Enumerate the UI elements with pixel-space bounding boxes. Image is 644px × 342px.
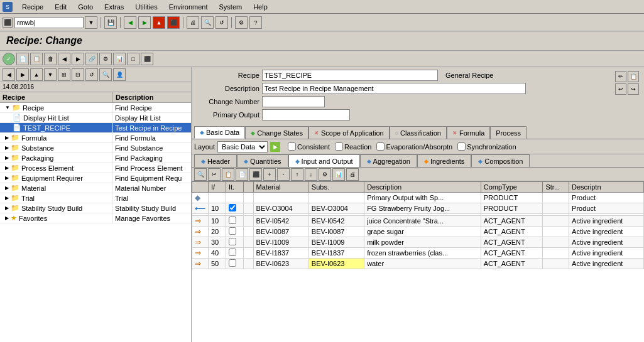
row-checkbox[interactable] bbox=[229, 227, 236, 235]
tab-process[interactable]: Process bbox=[490, 126, 527, 139]
action-btn-4[interactable]: ↪ bbox=[628, 83, 639, 95]
tree-person[interactable]: 👤 bbox=[113, 68, 126, 81]
row-checkbox[interactable] bbox=[229, 204, 236, 211]
consistent-checkbox[interactable] bbox=[288, 142, 296, 151]
tree-search[interactable]: 🔍 bbox=[99, 68, 112, 81]
row-checkbox[interactable] bbox=[229, 248, 236, 256]
table-btn-7[interactable]: - bbox=[277, 168, 290, 181]
refresh-btn[interactable]: ↺ bbox=[216, 16, 228, 29]
tool-btn-9[interactable]: 📊 bbox=[113, 53, 126, 65]
save-btn[interactable]: 💾 bbox=[104, 16, 117, 29]
tool-btn-3[interactable]: 📋 bbox=[30, 53, 43, 65]
layout-go[interactable]: ▶ bbox=[270, 142, 280, 152]
table-btn-4[interactable]: 📄 bbox=[236, 168, 248, 181]
tree-forward[interactable]: ▶ bbox=[16, 68, 29, 81]
synchronization-checkbox[interactable] bbox=[457, 142, 466, 151]
list-item[interactable]: ▶ 📁 Packaging Find Packaging bbox=[0, 153, 191, 163]
tool-btn-7[interactable]: 🔗 bbox=[85, 53, 98, 65]
tab-formula[interactable]: ✕ Formula bbox=[447, 126, 490, 139]
help-btn[interactable]: ? bbox=[249, 16, 262, 29]
list-item[interactable]: ▶ 📁 Formula Find Formula bbox=[0, 133, 191, 143]
tree-down[interactable]: ▼ bbox=[44, 68, 57, 81]
layout-select[interactable]: Basic Data bbox=[217, 141, 268, 152]
list-item[interactable]: ▶ 📁 Stability Study Build Stability Stud… bbox=[0, 203, 191, 213]
sub-tab-header[interactable]: ◆ Header bbox=[194, 154, 237, 167]
table-btn-12[interactable]: 🖨 bbox=[346, 168, 359, 181]
list-item[interactable]: ▶ ★ Favorites Manage Favorites bbox=[0, 213, 191, 223]
row-checkbox[interactable] bbox=[229, 259, 236, 267]
tool-btn-4[interactable]: 🗑 bbox=[44, 53, 57, 65]
tab-change-states[interactable]: ◆ Change States bbox=[245, 126, 308, 139]
tab-classification[interactable]: ○ Classification bbox=[390, 126, 447, 139]
list-item[interactable]: ▶ 📁 Equipment Requirer Find Equipment Re… bbox=[0, 173, 191, 183]
menu-help[interactable]: Help bbox=[251, 3, 270, 11]
list-item[interactable]: ▶ 📁 Substance Find Substance bbox=[0, 143, 191, 153]
address-input[interactable] bbox=[14, 17, 84, 28]
print-btn[interactable]: 🖨 bbox=[187, 16, 199, 29]
change-number-input[interactable] bbox=[262, 96, 325, 107]
sub-tab-aggregation[interactable]: ◆ Aggregation bbox=[360, 154, 417, 167]
row-checkbox[interactable] bbox=[229, 238, 236, 245]
menu-recipe[interactable]: Recipe bbox=[20, 3, 45, 11]
desc-input[interactable] bbox=[262, 83, 526, 94]
tool-btn-6[interactable]: ▶ bbox=[72, 53, 84, 65]
menu-goto[interactable]: Goto bbox=[76, 3, 95, 11]
consistent-check[interactable]: Consistent bbox=[288, 142, 330, 151]
primary-output-input[interactable] bbox=[262, 109, 350, 120]
table-btn-11[interactable]: 📊 bbox=[332, 168, 345, 181]
reaction-checkbox[interactable] bbox=[335, 142, 343, 151]
sub-tab-input-output[interactable]: ◆ Input and Output bbox=[288, 154, 360, 167]
tree-expand[interactable]: ⊞ bbox=[58, 68, 70, 81]
list-item[interactable]: ▼ 📁 Recipe Find Recipe bbox=[0, 103, 191, 113]
list-item[interactable]: ▶ 📁 Material Material Number bbox=[0, 183, 191, 193]
menu-utilities[interactable]: Utilities bbox=[133, 3, 159, 11]
table-btn-9[interactable]: ↓ bbox=[305, 168, 317, 181]
reaction-check[interactable]: Reaction bbox=[335, 142, 371, 151]
sub-tab-composition[interactable]: ◆ Composition bbox=[471, 154, 530, 167]
tool-btn-2[interactable]: 📄 bbox=[16, 53, 29, 65]
evaporation-checkbox[interactable] bbox=[376, 142, 385, 151]
table-btn-8[interactable]: ↑ bbox=[291, 168, 303, 181]
tool-btn-8[interactable]: ⚙ bbox=[99, 53, 112, 65]
list-item[interactable]: 📄 TEST_RECIPE Test Recipe in Recipe bbox=[0, 123, 191, 133]
action-btn-1[interactable]: ✏ bbox=[615, 71, 626, 82]
action-btn-2[interactable]: 📋 bbox=[628, 71, 639, 82]
table-btn-10[interactable]: ⚙ bbox=[319, 168, 331, 181]
table-btn-2[interactable]: ✂ bbox=[208, 168, 221, 181]
tree-collapse[interactable]: ⊟ bbox=[72, 68, 84, 81]
synchronization-check[interactable]: Synchronization bbox=[457, 142, 516, 151]
tree-back[interactable]: ◀ bbox=[3, 68, 15, 81]
table-btn-3[interactable]: 📋 bbox=[222, 168, 234, 181]
table-btn-5[interactable]: ⬛ bbox=[249, 168, 262, 181]
list-item[interactable]: ▶ 📁 Process Element Find Process Element bbox=[0, 163, 191, 173]
table-btn-6[interactable]: + bbox=[263, 168, 276, 181]
menu-environment[interactable]: Environment bbox=[167, 3, 210, 11]
evaporation-check[interactable]: Evaporation/Absorptn bbox=[376, 142, 452, 151]
row-checkbox[interactable] bbox=[229, 216, 236, 224]
tab-scope[interactable]: ✕ Scope of Application bbox=[308, 126, 390, 139]
list-item[interactable]: ▶ 📁 Trial Trial bbox=[0, 193, 191, 203]
back-btn[interactable]: ◀ bbox=[124, 16, 136, 29]
menu-edit[interactable]: Edit bbox=[53, 3, 68, 11]
menu-extras[interactable]: Extras bbox=[102, 3, 126, 11]
tool-btn-5[interactable]: ◀ bbox=[58, 53, 70, 65]
forward-btn[interactable]: ▶ bbox=[138, 16, 151, 29]
table-btn-1[interactable]: 🔍 bbox=[194, 168, 207, 181]
up-btn[interactable]: ▲ bbox=[153, 16, 165, 29]
stop-btn[interactable]: ⬛ bbox=[167, 16, 180, 29]
find-btn[interactable]: 🔍 bbox=[201, 16, 214, 29]
tree-refresh[interactable]: ↺ bbox=[85, 68, 98, 81]
action-btn-3[interactable]: ↩ bbox=[615, 83, 626, 95]
tab-basic-data[interactable]: ◆ Basic Data bbox=[194, 126, 245, 139]
sub-tab-quantities[interactable]: ◆ Quantities bbox=[237, 154, 288, 167]
address-go[interactable]: ▼ bbox=[85, 16, 97, 29]
menu-system[interactable]: System bbox=[217, 3, 244, 11]
tool-btn-10[interactable]: □ bbox=[127, 53, 139, 65]
list-item[interactable]: 📄 Display Hit List Display Hit List bbox=[0, 113, 191, 123]
tool-btn-1[interactable]: ✓ bbox=[3, 53, 15, 65]
tree-up[interactable]: ▲ bbox=[30, 68, 43, 81]
sub-tab-ingredients[interactable]: ◆ Ingredients bbox=[417, 154, 471, 167]
customize-btn[interactable]: ⚙ bbox=[235, 16, 248, 29]
tool-btn-11[interactable]: ⬛ bbox=[141, 53, 153, 65]
recipe-input[interactable] bbox=[262, 70, 438, 81]
